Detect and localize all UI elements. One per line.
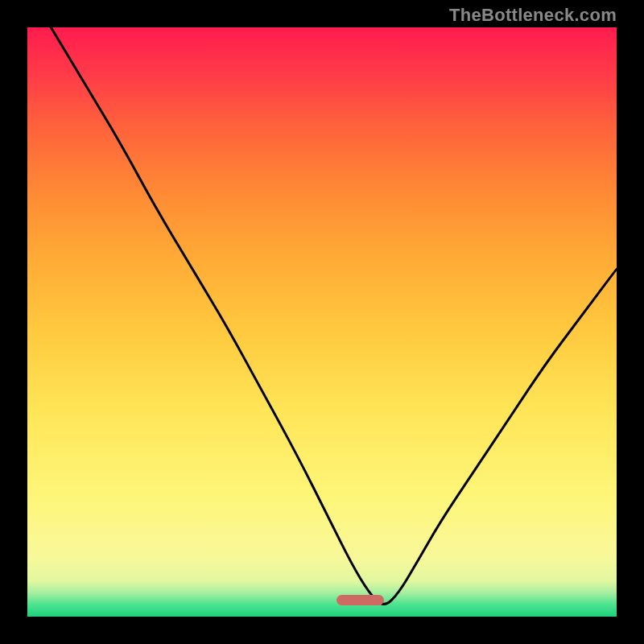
bottleneck-curve [51,27,617,604]
watermark-text: TheBottleneck.com [449,5,617,26]
optimal-marker [336,595,384,605]
chart-frame: TheBottleneck.com [0,0,644,644]
curve-svg [27,27,617,617]
plot-area [27,27,617,617]
